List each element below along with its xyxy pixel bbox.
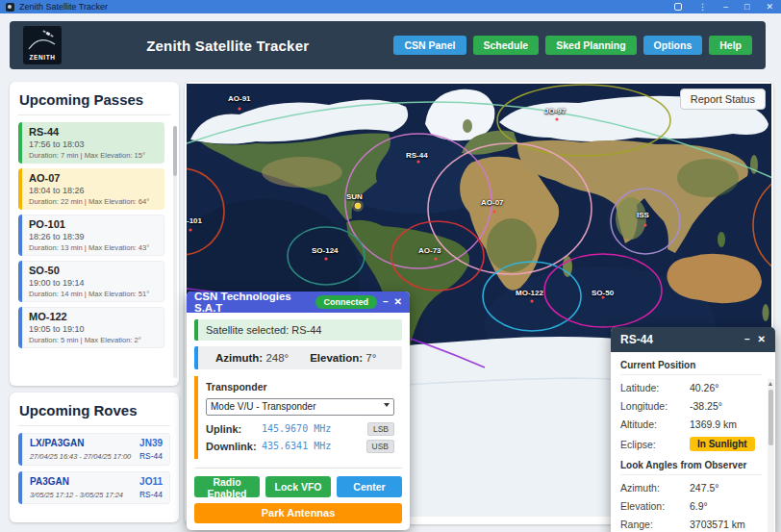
uplink-label: Uplink:	[206, 423, 262, 435]
current-position-title: Current Position	[620, 360, 762, 375]
satellite-arc-icon	[26, 30, 59, 53]
os-titlebar[interactable]: Zenith Satellite Tracker ⋮ – □ ✕	[0, 0, 781, 13]
satellite-panel-scrollbar[interactable]	[768, 379, 774, 532]
map-label-mo-122[interactable]: MO-122	[516, 289, 543, 297]
pass-item-mo-122[interactable]: MO-122 19:05 to 19:10 Duration: 5 min | …	[18, 307, 164, 348]
map-label-so-50[interactable]: SO-50	[592, 289, 614, 297]
help-button[interactable]: Help	[709, 36, 752, 55]
park-antennas-button[interactable]: Park Antennas	[194, 503, 402, 523]
map-label-po-101[interactable]: -101	[187, 216, 202, 225]
logo-text: ZENITH	[29, 54, 55, 61]
altitude-row: Altitude: 1369.9 km	[620, 418, 762, 430]
passes-scrollbar[interactable]	[173, 126, 177, 378]
window-layers-icon[interactable]	[674, 3, 682, 11]
radio-enabled-button[interactable]: Radio Enabled	[194, 476, 260, 497]
uplink-mode-badge: LSB	[367, 422, 394, 436]
transponder-select[interactable]: Mode V/U - Transponder	[206, 398, 394, 416]
csn-panel-body: Satellite selected: RS-44 Azimuth: 248° …	[187, 313, 410, 530]
sun-marker-icon	[352, 200, 364, 212]
connected-badge: Connected	[315, 295, 378, 309]
csn-panel-header[interactable]: CSN Technologies S.A.T Connected – ✕	[187, 291, 410, 313]
pass-item-rs-44[interactable]: RS-44 17:56 to 18:03 Duration: 7 min | M…	[18, 122, 164, 164]
map-label-ao-73[interactable]: AO-73	[418, 246, 441, 255]
app-header: ZENITH Zenith Satellite Tracker CSN Pane…	[10, 21, 766, 69]
csn-panel: CSN Technologies S.A.T Connected – ✕ Sat…	[187, 291, 410, 530]
satellite-panel-minimize-icon[interactable]: –	[744, 329, 750, 350]
center-button[interactable]: Center	[337, 476, 402, 497]
uplink-row: Uplink: 145.9670 MHz LSB	[206, 422, 394, 436]
look-elevation-row: Elevation: 6.9°	[620, 500, 762, 512]
satellite-panel-title: RS-44	[620, 333, 737, 346]
window-menu-icon[interactable]: ⋮	[698, 0, 707, 13]
upcoming-roves-title: Upcoming Roves	[18, 400, 170, 426]
report-status-button[interactable]: Report Status	[680, 89, 766, 110]
satellite-panel-close-icon[interactable]: ✕	[758, 329, 766, 350]
eclipse-label: Eclipse:	[620, 439, 690, 450]
window-maximize-icon[interactable]: □	[744, 0, 749, 13]
eclipse-row: Eclipse: In Sunlight	[620, 437, 762, 451]
in-sunlight-badge: In Sunlight	[690, 437, 755, 451]
azimuth-value: 248°	[265, 352, 289, 364]
transponder-section: Transponder Mode V/U - Transponder Uplin…	[194, 376, 402, 459]
downlink-row: Downlink: 435.6341 MHz USB	[206, 440, 394, 453]
page-title: Zenith Satellite Tracker	[62, 38, 393, 54]
lock-vfo-button[interactable]: Lock VFO	[265, 476, 331, 497]
azimuth-label: Azimuth:	[215, 352, 263, 364]
longitude-row: Longitude: -38.25°	[620, 400, 762, 412]
map-label-so-124[interactable]: SO-124	[312, 246, 339, 255]
upcoming-roves-card: Upcoming Roves LX/PA3GAN JN39 27/04/25 1…	[10, 393, 179, 522]
map-label-sun: SUN	[346, 192, 363, 201]
latitude-row: Latitude: 40.26°	[620, 382, 762, 393]
look-range-row: Range: 3703571 km	[620, 519, 762, 530]
csn-panel-button[interactable]: CSN Panel	[393, 36, 466, 55]
pass-item-ao-07[interactable]: AO-07 18:04 to 18:26 Duration: 22 min | …	[18, 168, 164, 210]
pass-item-po-101[interactable]: PO-101 18:26 to 18:39 Duration: 13 min |…	[18, 215, 164, 256]
look-azimuth-row: Azimuth: 247.5°	[620, 482, 762, 494]
schedule-button[interactable]: Schedule	[473, 36, 540, 55]
map-label-jo-97[interactable]: JO-97	[544, 107, 566, 115]
map-label-rs-44[interactable]: RS-44	[406, 151, 428, 160]
satellite-selected-banner: Satellite selected: RS-44	[194, 319, 402, 341]
downlink-mode-badge: USB	[366, 440, 394, 453]
csn-panel-title: CSN Technologies S.A.T	[194, 291, 310, 314]
elevation-value: 7°	[365, 352, 376, 364]
uplink-frequency: 145.9670 MHz	[262, 423, 331, 434]
csn-minimize-icon[interactable]: –	[383, 291, 389, 313]
map-label-ao-91[interactable]: AO-91	[228, 94, 251, 103]
satellite-info-panel: RS-44 – ✕ Current Position Latitude: 40.…	[611, 327, 775, 532]
rove-item[interactable]: PA3GAN JO11 3/05/25 17:12 - 3/05/25 17:2…	[18, 471, 170, 504]
csn-close-icon[interactable]: ✕	[394, 291, 402, 313]
downlink-label: Downlink:	[206, 441, 262, 452]
pass-item-so-50[interactable]: SO-50 19:00 to 19:14 Duration: 14 min | …	[18, 261, 164, 302]
zenith-logo: ZENITH	[23, 26, 62, 64]
header-buttons: CSN Panel Schedule Sked Planning Options…	[393, 36, 752, 55]
sked-planning-button[interactable]: Sked Planning	[545, 36, 636, 55]
satellite-panel-header[interactable]: RS-44 – ✕	[611, 327, 775, 352]
options-button[interactable]: Options	[643, 36, 703, 55]
transponder-label: Transponder	[206, 381, 394, 393]
map-label-iss[interactable]: ISS	[637, 211, 649, 219]
window-close-icon[interactable]: ✕	[766, 0, 773, 13]
map-label-ao-07[interactable]: AO-07	[481, 198, 504, 207]
upcoming-passes-card: Upcoming Passes RS-44 17:56 to 18:03 Dur…	[10, 82, 179, 386]
divider	[194, 468, 402, 469]
azimuth-elevation-banner: Azimuth: 248° Elevation: 7°	[194, 346, 402, 369]
look-angles-title: Look Angles from Observer	[620, 460, 762, 475]
chevron-down-icon	[384, 403, 390, 407]
rove-item[interactable]: LX/PA3GAN JN39 27/04/25 16:43 - 27/04/25…	[18, 433, 170, 466]
scroll-up-icon[interactable]	[768, 382, 772, 386]
app-window: Zenith Satellite Tracker ⋮ – □ ✕ ZENITH …	[0, 0, 781, 532]
downlink-frequency: 435.6341 MHz	[262, 441, 331, 451]
satellite-panel-body: Current Position Latitude: 40.26° Longit…	[611, 352, 775, 532]
app-favicon-icon	[6, 3, 14, 12]
window-minimize-icon[interactable]: –	[723, 0, 728, 13]
upcoming-passes-title: Upcoming Passes	[18, 89, 170, 115]
window-title: Zenith Satellite Tracker	[19, 0, 108, 13]
elevation-label: Elevation:	[310, 352, 363, 364]
